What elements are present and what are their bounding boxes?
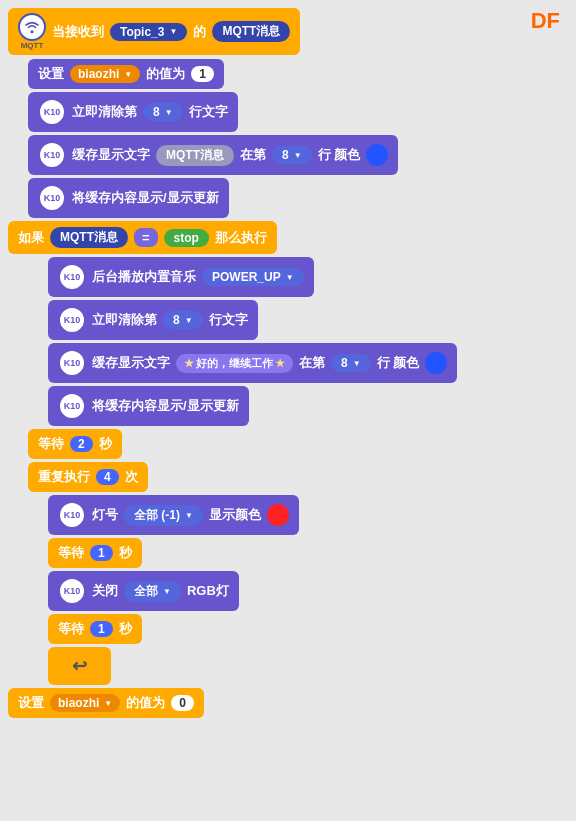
loop-arrow-row: ↩ [48,647,568,685]
value-0: 0 [171,695,194,711]
k10-icon-3: K10 [38,184,66,212]
equals-sign: = [134,228,158,247]
wait-block-1: 等待 2 秒 [28,429,568,459]
mqtt-msg-pill: MQTT消息 [212,21,290,42]
clear-line-block-1: K10 立即清除第 8 行文字 [28,92,568,132]
set-label: 设置 [38,65,64,83]
if-cond-right: stop [164,229,209,247]
wait-value-1: 2 [70,436,93,452]
update-display-block-1: K10 将缓存内容显示/显示更新 [28,178,568,218]
mqtt-wifi-icon [18,13,46,41]
color-circle-blue-2[interactable] [425,352,447,374]
if-label: 如果 [18,229,44,247]
led-dropdown[interactable]: 全部 (-1) [124,505,203,526]
close-rgb-block: K10 关闭 全部 RGB灯 [48,571,568,611]
play-music-block: K10 后台播放内置音乐 POWER_UP [48,257,568,297]
biaozhi-dropdown-2[interactable]: biaozhi [50,694,120,712]
receive-text: 当接收到 [52,23,104,41]
music-dropdown[interactable]: POWER_UP [202,268,304,286]
line-dropdown-2[interactable]: 8 [272,146,312,164]
buffer-show-block-2: K10 缓存显示文字 ★ 好的，继续工作 ★ 在第 8 行 颜色 [48,343,568,383]
mqtt-msg-text-1: MQTT消息 [156,145,234,166]
if-cond-left: MQTT消息 [50,227,128,248]
color-circle-blue-1[interactable] [366,144,388,166]
k10-icon-4: K10 [58,263,86,291]
line-dropdown-1[interactable]: 8 [143,103,183,121]
color-circle-red[interactable] [267,504,289,526]
buffer-show-block-1: K10 缓存显示文字 MQTT消息 在第 8 行 颜色 [28,135,568,175]
led-color-block: K10 灯号 全部 (-1) 显示颜色 [48,495,568,535]
if-block: 如果 MQTT消息 = stop 那么执行 [8,221,568,254]
set-biaozhi-block-2: 设置 biaozhi 的值为 0 [8,688,568,718]
update-display-block-2: K10 将缓存内容显示/显示更新 [48,386,568,426]
biaozhi-dropdown[interactable]: biaozhi [70,65,140,83]
mqtt-receive-block: MQTT 当接收到 Topic_3 的 MQTT消息 [8,8,568,55]
repeat-value: 4 [96,469,119,485]
k10-icon-6: K10 [58,349,86,377]
wait-block-3: 等待 1 秒 [48,614,568,644]
wait-block-2: 等待 1 秒 [48,538,568,568]
wait-value-2: 1 [90,545,113,561]
de-text: 的 [193,23,206,41]
value-1: 1 [191,66,214,82]
repeat-block: 重复执行 4 次 [28,462,568,492]
wait-value-3: 1 [90,621,113,637]
topic-dropdown[interactable]: Topic_3 [110,23,187,41]
k10-icon-2: K10 [38,141,66,169]
set-biaozhi-block: 设置 biaozhi 的值为 1 [28,59,568,89]
k10-icon-5: K10 [58,306,86,334]
line-dropdown-3[interactable]: 8 [163,311,203,329]
all-led-dropdown[interactable]: 全部 [124,581,181,602]
line-dropdown-4[interactable]: 8 [331,354,371,372]
workspace: DF MQTT 当接收到 Topic_3 的 MQTT消息 [0,0,576,729]
loop-arrow-icon: ↩ [64,651,95,681]
k10-icon-1: K10 [38,98,66,126]
clear-line-block-2: K10 立即清除第 8 行文字 [48,300,568,340]
k10-icon-9: K10 [58,577,86,605]
k10-icon-7: K10 [58,392,86,420]
df-label: DF [531,8,560,34]
then-label: 那么执行 [215,229,267,247]
good-work-text: ★ 好的，继续工作 ★ [176,354,293,373]
k10-icon-8: K10 [58,501,86,529]
